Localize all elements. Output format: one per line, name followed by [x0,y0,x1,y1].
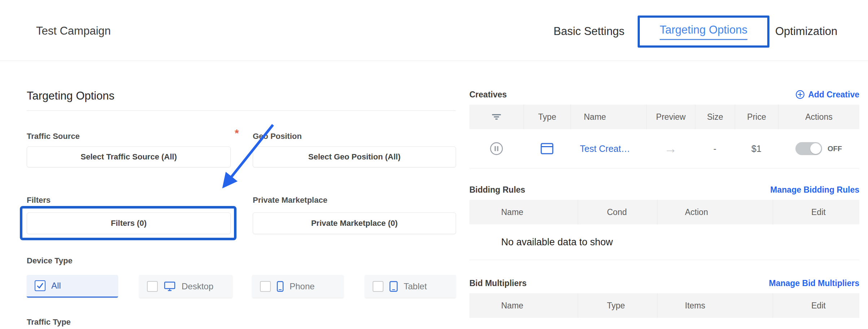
column-header-type: Type [524,105,570,129]
creative-status-cell[interactable] [469,129,524,168]
bidding-rules-empty-row: No available data to show [469,224,859,260]
private-marketplace-button[interactable]: Private Marketplace (0) [253,212,456,234]
creative-enable-toggle[interactable] [795,142,822,155]
column-header-name: Name [469,293,578,318]
required-asterisk: * [235,127,239,139]
checkbox-unchecked-icon [260,281,271,292]
column-header-name: Name [469,200,578,224]
column-header-cond: Cond [578,200,657,224]
column-header-preview: Preview [646,105,695,129]
creative-preview-cell[interactable]: → [646,129,695,168]
bid-multipliers-header-row: Bid Multipliers Manage Bid Multipliers [469,276,859,290]
creatives-header-row: Creatives Add Creative [469,87,859,102]
filter-lines-icon [491,113,502,120]
checkbox-unchecked-icon [373,281,383,292]
creative-name-cell: Test Creat… [570,129,646,168]
creatives-title: Creatives [469,90,507,100]
section-divider [27,110,456,111]
add-creative-button[interactable]: Add Creative [795,90,859,100]
tab-targeting-options[interactable]: Targeting Options [638,16,769,48]
device-option-label: Desktop [182,281,213,291]
private-marketplace-label: Private Marketplace [253,196,327,205]
desktop-icon [164,281,176,291]
tab-optimization[interactable]: Optimization [775,25,837,38]
tab-targeting-options-label: Targeting Options [660,23,747,40]
bid-multipliers-table: Name Type Items Edit [469,293,859,318]
device-option-label: Phone [290,281,314,291]
creative-actions-cell: OFF [778,129,859,168]
column-header-edit: Edit [773,293,859,318]
creatives-table-header: Type Name Preview Size Price Actions [469,105,859,129]
column-header-edit: Edit [773,200,859,224]
device-option-label: All [51,281,61,291]
creative-price-value: $1 [751,144,761,154]
geo-position-label: Geo Position [253,132,302,141]
select-traffic-source-button[interactable]: Select Traffic Source (All) [27,146,231,167]
device-type-label: Device Type [27,256,73,266]
creative-size-cell: - [695,129,735,168]
creative-price-cell: $1 [735,129,778,168]
checkbox-unchecked-icon [147,281,158,292]
creatives-table: Type Name Preview Size Price Actions Tes… [469,105,859,168]
arrow-right-icon: → [664,141,677,156]
bidding-rules-header-row: Bidding Rules Manage Bidding Rules [469,183,859,197]
circle-plus-icon [795,90,805,99]
device-option-label: Tablet [404,281,427,291]
page-title: Test Campaign [36,25,111,38]
campaign-editor-page: Test Campaign Basic Settings Targeting O… [0,0,868,329]
traffic-source-label: Traffic Source [27,132,80,141]
column-header-items: Items [657,293,773,318]
tab-basic-settings[interactable]: Basic Settings [554,25,624,38]
add-creative-label: Add Creative [808,90,859,100]
creative-table-row: Test Creat… → - $1 OFF [469,129,859,168]
bidding-rules-table: Name Cond Action Edit No available data … [469,200,859,260]
column-header-name: Name [570,105,646,129]
banner-window-icon [541,143,554,154]
tablet-icon [389,281,398,292]
device-option-desktop[interactable]: Desktop [139,275,233,298]
manage-bidding-rules-link[interactable]: Manage Bidding Rules [770,185,859,195]
phone-icon [277,281,284,292]
column-header-size: Size [695,105,735,129]
column-header-type: Type [578,293,657,318]
device-option-phone[interactable]: Phone [252,275,344,298]
header: Test Campaign Basic Settings Targeting O… [0,0,868,61]
creative-size-value: - [713,144,716,154]
toggle-knob [810,143,821,154]
column-header-price: Price [735,105,778,129]
creative-name-link[interactable]: Test Creat… [580,144,630,154]
section-title-targeting-options: Targeting Options [27,89,114,102]
traffic-type-label: Traffic Type [27,317,71,327]
device-option-all[interactable]: All [27,275,118,298]
filters-label: Filters [27,196,51,205]
filter-column-header[interactable] [469,105,524,129]
bid-multipliers-title: Bid Multipliers [469,278,526,288]
manage-bid-multipliers-link[interactable]: Manage Bid Multipliers [769,278,859,288]
bidding-rules-table-header: Name Cond Action Edit [469,200,859,224]
column-header-actions: Actions [778,105,859,129]
creative-type-cell [524,129,570,168]
column-header-action: Action [657,200,773,224]
device-option-tablet[interactable]: Tablet [365,275,456,298]
empty-state-text: No available data to show [469,237,613,248]
checkbox-checked-icon [35,280,45,291]
select-geo-position-button[interactable]: Select Geo Position (All) [253,146,456,167]
bidding-rules-title: Bidding Rules [469,185,525,195]
bid-multipliers-table-header: Name Type Items Edit [469,293,859,318]
filters-button[interactable]: Filters (0) [27,212,231,234]
pause-circle-icon [490,142,503,155]
toggle-state-label: OFF [828,145,842,153]
